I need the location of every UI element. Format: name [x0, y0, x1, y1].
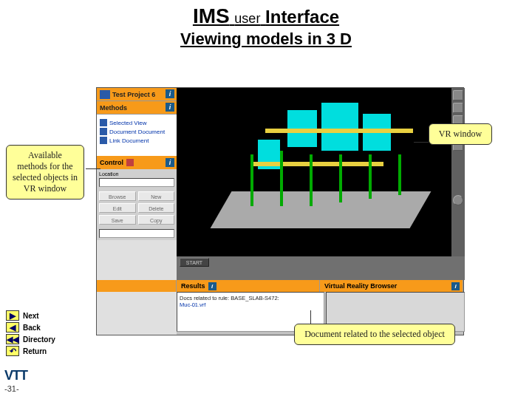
location-input[interactable]: [99, 178, 174, 187]
vp-compass-button[interactable]: [453, 195, 463, 205]
pole: [339, 154, 342, 202]
tab-vr-label: Virtual Reality Browser: [324, 282, 397, 290]
vtt-logo: VTT: [4, 368, 27, 383]
method-icon: [100, 128, 107, 135]
method-label: Link Document: [109, 137, 149, 144]
method-item[interactable]: Document Document: [100, 128, 174, 135]
nav-next-label: Next: [23, 312, 39, 320]
nav-return-label: Return: [23, 347, 47, 355]
method-label: Selected View: [109, 120, 147, 126]
title-interface: Interface: [265, 7, 339, 27]
pole: [369, 154, 372, 199]
callout-vr-text: VR window: [439, 129, 482, 139]
results-line2[interactable]: Muc-01.vrf: [180, 301, 321, 308]
return-icon: ↶: [6, 346, 19, 356]
methods-section: Selected View Document Document Link Doc…: [97, 115, 177, 156]
callout-doc-text: Document related to the selected object: [304, 329, 445, 339]
control-label: Control: [100, 159, 123, 166]
callout-pointer: [414, 142, 429, 143]
nav-next[interactable]: ▶ Next: [6, 310, 55, 321]
project-icon: [100, 90, 110, 99]
viewport-toolbar: [451, 88, 465, 256]
info-icon[interactable]: i: [166, 158, 174, 167]
control-icon: [126, 159, 134, 166]
title-subtitle: Viewing models in 3 D: [0, 30, 532, 49]
browse-button[interactable]: Browse: [99, 191, 136, 201]
callout-pointer: [310, 310, 311, 324]
directory-icon: ◀◀: [6, 334, 19, 344]
pole: [250, 154, 253, 206]
method-icon: [100, 137, 107, 144]
nav-legend: ▶ Next ◀ Back ◀◀ Directory ↶ Return: [6, 309, 55, 358]
new-button[interactable]: New: [138, 191, 175, 201]
project-label: Test Project 6: [112, 91, 155, 98]
slide-title: IMS user Interface Viewing models in 3 D: [0, 0, 532, 49]
info-icon[interactable]: i: [451, 282, 460, 290]
dropdown[interactable]: [99, 229, 174, 238]
back-icon: ◀: [6, 322, 19, 332]
edit-button[interactable]: Edit: [99, 203, 136, 213]
pole: [310, 154, 313, 206]
method-label: Document Document: [109, 129, 165, 135]
methods-label: Methods: [100, 104, 127, 112]
nav-directory[interactable]: ◀◀ Directory: [6, 334, 55, 344]
next-icon: ▶: [6, 310, 19, 321]
nav-directory-label: Directory: [23, 335, 55, 344]
callout-pointer: [86, 168, 100, 169]
button-grid: Browse New Edit Delete Save Copy: [97, 189, 177, 227]
nav-return[interactable]: ↶ Return: [6, 346, 55, 356]
nav-back[interactable]: ◀ Back: [6, 322, 55, 332]
viewport-footer-strip: [177, 256, 465, 280]
vp-tool-button[interactable]: [453, 90, 463, 100]
copy-button[interactable]: Copy: [138, 215, 175, 225]
vr-viewport[interactable]: [177, 88, 465, 256]
building-block: [321, 103, 358, 151]
info-icon[interactable]: i: [166, 103, 174, 112]
results-line1: Docs related to rule: BASE_SLAB-S472:: [180, 295, 321, 301]
callout-vr: VR window: [429, 123, 492, 145]
callout-methods-text: Available methods for the selected objec…: [13, 150, 78, 194]
beam: [265, 129, 413, 133]
methods-bar[interactable]: Methods i: [97, 101, 177, 115]
panel-top-bar: Test Project 6 i: [97, 88, 177, 101]
bottom-tabs: Results i Virtual Reality Browser i: [97, 280, 463, 292]
pole: [280, 151, 283, 206]
info-icon[interactable]: i: [166, 89, 174, 98]
tab-results-label: Results: [181, 282, 205, 290]
dropdown-section: [97, 227, 177, 240]
beam: [250, 162, 383, 166]
nav-back-label: Back: [23, 324, 41, 332]
location-label: Location: [99, 171, 174, 177]
vp-tool-button[interactable]: [453, 103, 463, 113]
callout-methods: Available methods for the selected objec…: [6, 145, 84, 200]
tab-results[interactable]: Results i: [177, 280, 320, 292]
app-window: Test Project 6 i Methods i Selected View…: [96, 87, 464, 335]
callout-document: Document related to the selected object: [294, 324, 455, 345]
method-item[interactable]: Link Document: [100, 137, 174, 144]
method-item[interactable]: Selected View: [100, 119, 174, 126]
method-icon: [100, 119, 107, 126]
control-bar[interactable]: Control i: [97, 156, 177, 169]
start-button[interactable]: START: [180, 258, 209, 267]
vtt-logo-text: VTT: [4, 368, 27, 383]
tab-spacer: [97, 280, 177, 292]
location-section: Location: [97, 169, 177, 189]
delete-button[interactable]: Delete: [138, 203, 175, 213]
pole: [398, 154, 401, 195]
ground-slab: [211, 191, 432, 228]
info-icon[interactable]: i: [208, 282, 216, 290]
save-button[interactable]: Save: [99, 215, 136, 225]
left-panel: Test Project 6 i Methods i Selected View…: [97, 88, 177, 335]
title-ims: IMS: [193, 4, 230, 27]
page-number: -31-: [4, 384, 19, 393]
title-user: user: [234, 11, 260, 26]
tab-vr-browser[interactable]: Virtual Reality Browser i: [320, 280, 463, 292]
